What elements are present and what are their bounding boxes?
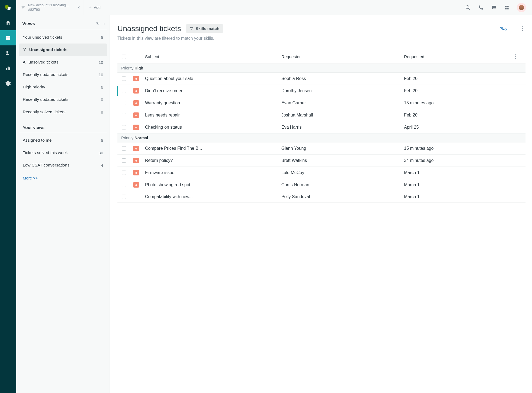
nav-customers[interactable]	[0, 45, 16, 61]
row-checkbox[interactable]	[122, 125, 126, 129]
view-item-count: 6	[101, 85, 103, 89]
collapse-icon[interactable]: ‹	[103, 21, 105, 26]
status-badge-open: o	[133, 76, 139, 81]
ticket-requested: 34 minutes ago	[404, 158, 513, 163]
view-item[interactable]: Recently updated tickets0	[19, 93, 107, 106]
view-item-count: 5	[101, 35, 103, 40]
ticket-row[interactable]: oPhoto showing red spotCurtis NormanMarc…	[117, 179, 526, 191]
ticket-requester: Polly Sandoval	[281, 194, 404, 199]
refresh-icon[interactable]: ↻	[96, 21, 100, 26]
row-checkbox[interactable]	[122, 183, 126, 187]
view-item[interactable]: Assigned to me5	[19, 134, 107, 146]
ticket-requested: March 1	[404, 194, 513, 199]
view-options-menu[interactable]	[520, 25, 526, 33]
ticket-subject: Didn't receive order	[145, 88, 281, 93]
row-checkbox[interactable]	[122, 171, 126, 175]
play-button[interactable]: Play	[492, 24, 515, 33]
nav-rail	[0, 0, 16, 393]
view-item-count: 10	[98, 72, 103, 77]
ticket-requester: Sophia Ross	[281, 76, 404, 81]
skills-chip-label: Skills match	[196, 26, 219, 31]
nav-views[interactable]	[0, 30, 16, 45]
view-item[interactable]: High priority6	[19, 81, 107, 93]
view-item-label: Recently solved tickets	[23, 109, 65, 114]
view-item[interactable]: Low CSAT conversations4	[19, 159, 107, 171]
chat-icon[interactable]	[491, 5, 497, 11]
more-views-link[interactable]: More >>	[19, 171, 107, 185]
col-requester-header[interactable]: Requester	[281, 54, 404, 59]
view-item[interactable]: Unassigned tickets	[19, 44, 107, 56]
close-icon[interactable]: ×	[77, 5, 80, 10]
view-item-label: High priority	[23, 85, 45, 89]
svg-rect-3	[6, 68, 7, 70]
user-avatar[interactable]	[517, 3, 526, 12]
svg-rect-9	[507, 8, 509, 9]
view-item[interactable]: All unsolved tickets10	[19, 56, 107, 68]
nav-reporting[interactable]	[0, 61, 16, 76]
view-item-count: 8	[101, 110, 103, 114]
ticket-requester: Dorothy Jensen	[281, 88, 404, 93]
row-checkbox[interactable]	[122, 113, 126, 117]
views-title: Views	[22, 21, 35, 26]
view-item-label: Your unsolved tickets	[23, 35, 62, 40]
svg-rect-7	[507, 6, 509, 7]
add-tab-button[interactable]: + Add	[84, 5, 105, 10]
search-icon[interactable]	[465, 5, 471, 11]
view-item-label: Assigned to me	[23, 138, 52, 143]
ticket-requested: March 1	[404, 170, 513, 175]
ticket-subject: Question about your sale	[145, 76, 281, 81]
status-badge-open: o	[133, 158, 139, 163]
ticket-row[interactable]: oFirmware issueLulu McCoyMarch 1	[117, 167, 526, 179]
row-checkbox[interactable]	[122, 158, 126, 163]
ticket-table: Subject Requester Requested Priority Hig…	[117, 50, 526, 203]
row-checkbox[interactable]	[122, 101, 126, 105]
row-checkbox[interactable]	[122, 89, 126, 93]
view-item[interactable]: Your unsolved tickets5	[19, 31, 107, 44]
phone-icon[interactable]	[478, 5, 484, 11]
ticket-subject: Firmware issue	[145, 170, 281, 175]
ticket-row[interactable]: oDidn't receive orderDorothy JensenFeb 2…	[117, 85, 526, 97]
product-logo	[0, 0, 16, 15]
ticket-row[interactable]: oQuestion about your saleSophia RossFeb …	[117, 73, 526, 85]
col-requested-header[interactable]: Requested	[404, 54, 513, 59]
ticket-row[interactable]: oLens needs repairJoshua MarshallFeb 20	[117, 109, 526, 121]
columns-menu[interactable]	[513, 53, 518, 61]
status-badge-open: o	[133, 170, 139, 175]
ticket-tab[interactable]: New account is blocking... #82790 ×	[16, 0, 84, 15]
ticket-row[interactable]: oWarranty questionEvan Garner15 minutes …	[117, 97, 526, 109]
status-badge-open: o	[133, 146, 139, 151]
view-item-label: Low CSAT conversations	[23, 163, 70, 168]
view-item[interactable]: Tickets solved this week30	[19, 146, 107, 159]
nav-home[interactable]	[0, 15, 16, 30]
page-subtitle: Tickets in this view are filtered to mat…	[117, 36, 526, 41]
view-item[interactable]: Recently updated tickets10	[19, 68, 107, 81]
status-badge-open: o	[133, 182, 139, 188]
svg-point-2	[6, 51, 8, 53]
ticket-row[interactable]: oChecking on statusEva HarrisApril 25	[117, 121, 526, 134]
svg-rect-6	[505, 6, 507, 7]
ticket-row[interactable]: oReturn policy?Brett Watkins34 minutes a…	[117, 155, 526, 167]
ticket-requester: Eva Harris	[281, 125, 404, 130]
view-item-count: 10	[98, 60, 103, 65]
plus-icon: +	[89, 5, 92, 10]
view-item[interactable]: Recently solved tickets8	[19, 106, 107, 118]
col-subject-header[interactable]: Subject	[145, 54, 281, 59]
ticket-subject: Checking on status	[145, 125, 281, 130]
apps-icon[interactable]	[504, 5, 510, 11]
ticket-requested: Feb 20	[404, 76, 513, 81]
row-checkbox[interactable]	[122, 195, 126, 199]
filter-icon	[23, 47, 27, 52]
ticket-row[interactable]: oCompare Prices Find The B...Glenn Young…	[117, 142, 526, 155]
ticket-requested: April 25	[404, 125, 513, 130]
skills-match-chip[interactable]: Skills match	[186, 24, 223, 33]
row-checkbox[interactable]	[122, 146, 126, 151]
nav-admin[interactable]	[0, 76, 16, 91]
row-checkbox[interactable]	[122, 76, 126, 81]
select-all-checkbox[interactable]	[122, 55, 126, 59]
table-header: Subject Requester Requested	[117, 50, 526, 64]
ticket-subject: Photo showing red spot	[145, 182, 281, 187]
status-badge-open: o	[133, 88, 139, 94]
ticket-requested: Feb 20	[404, 113, 513, 118]
ticket-requested: March 1	[404, 182, 513, 187]
ticket-row[interactable]: Compatability with new...Polly SandovalM…	[117, 191, 526, 203]
